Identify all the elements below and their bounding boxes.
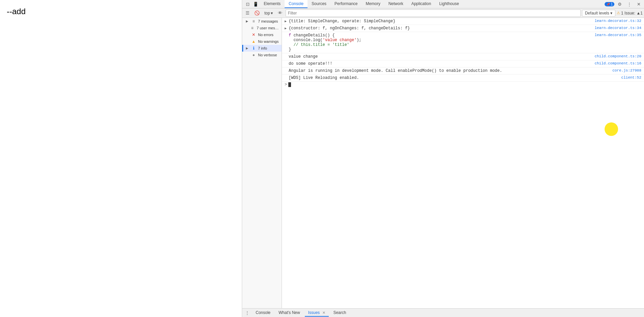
input-prompt: > (285, 82, 287, 87)
tab-count-badge: 📌 1 (605, 2, 614, 6)
console-input-line[interactable]: > (282, 82, 644, 88)
sidebar-icon-user-messages: ≡ (250, 26, 255, 30)
entry-content-6: Angular is running in development mode. … (287, 68, 610, 74)
bottom-tab-console[interactable]: Console (252, 309, 274, 317)
tab-memory[interactable]: Memory (362, 0, 384, 8)
entry-source-6[interactable]: core.js:27988 (610, 68, 644, 73)
console-entry-6: ▶ Angular is running in development mode… (282, 67, 644, 75)
tab-sources[interactable]: Sources (308, 0, 330, 8)
issues-badge: ⚠ 1 Issue: ▲1 (617, 11, 643, 16)
issue-warning-icon: ⚠ (617, 11, 620, 15)
entry-expand-2[interactable]: ▶ (282, 25, 287, 31)
console-entry-1: ▶ {title: SimpleChange, operate: SimpleC… (282, 18, 644, 25)
entry-content-4: value change (287, 54, 592, 60)
devtools-three-dots[interactable]: ⋮ (245, 310, 250, 316)
console-entry-7: ▶ [WDS] Live Reloading enabled. client:5… (282, 75, 644, 82)
default-levels-btn[interactable]: Default levels ▾ (582, 10, 615, 17)
bottom-tab-issues[interactable]: Issues ✕ (305, 309, 329, 317)
page-content: --add (0, 0, 242, 317)
console-entry-4: ▶ value change child.component.ts:20 (282, 53, 644, 60)
console-output[interactable]: ▶ {title: SimpleChange, operate: SimpleC… (282, 18, 644, 308)
entry-source-3[interactable]: learn-decorator.ts:35 (592, 32, 644, 38)
entry-expand-1[interactable]: ▶ (282, 18, 287, 24)
sidebar-label-messages: 7 messages (258, 19, 279, 23)
sidebar-item-user-messages[interactable]: ≡ 7 user mess... (242, 25, 282, 31)
tab-lighthouse[interactable]: Lighthouse (435, 0, 463, 8)
sidebar-expand-info: ▶ (246, 47, 249, 50)
bottom-tab-whats-new[interactable]: What's New (275, 309, 303, 317)
sidebar-icon-messages: ≡ (251, 19, 256, 24)
entry-content-3: f changeDetails() { console.log('value c… (287, 32, 592, 53)
input-cursor (288, 82, 291, 87)
sidebar-icon-errors: ✕ (251, 32, 256, 37)
console-eye-btn[interactable]: 👁 (276, 9, 284, 17)
sidebar-item-warnings[interactable]: ▲ No warnings (242, 38, 282, 45)
tab-elements[interactable]: Elements (260, 0, 285, 8)
devtools-more-btn[interactable]: ⋮ (625, 0, 633, 8)
entry-source-7[interactable]: client:52 (619, 75, 644, 80)
entry-content-5: do some operate!!! (287, 61, 592, 67)
devtools-top-right: 📌 1 ⚙ ⋮ ✕ (605, 0, 643, 8)
console-entry-2: ▶ {constructor: f, ngOnChanges: f, chang… (282, 25, 644, 32)
entry-content-7: [WDS] Live Reloading enabled. (287, 75, 619, 81)
entry-content-1: {title: SimpleChange, operate: SimpleCha… (287, 18, 592, 24)
bottom-tab-search[interactable]: Search (330, 309, 350, 317)
page-main-text: --add (7, 7, 26, 16)
issues-count: 1 Issue: ▲1 (621, 11, 643, 16)
sidebar-label-verbose: No verbose (258, 53, 279, 57)
tab-network[interactable]: Network (384, 0, 407, 8)
console-toolbar: ☰ 🚫 top ▾ 👁 Default levels ▾ ⚠ 1 Issue: … (242, 8, 644, 18)
devtools-close-btn[interactable]: ✕ (635, 0, 643, 8)
console-entry-5: ▶ do some operate!!! child.component.ts:… (282, 60, 644, 67)
devtools-tab-bar: ⊡ 📱 Elements Console Sources Performance… (242, 0, 644, 8)
console-filter-input[interactable] (286, 9, 581, 17)
sidebar-item-verbose[interactable]: ● No verbose (242, 52, 282, 58)
entry-source-2[interactable]: learn-decorator.ts:34 (592, 25, 644, 31)
bottom-tab-issues-close[interactable]: ✕ (322, 311, 325, 315)
default-levels-label: Default levels ▾ (585, 11, 612, 16)
sidebar-item-info[interactable]: ▶ ℹ 7 info (242, 45, 282, 52)
tab-application[interactable]: Application (407, 0, 435, 8)
sidebar-item-messages[interactable]: ▶ ≡ 7 messages (242, 18, 282, 25)
devtools-device-btn[interactable]: 📱 (252, 0, 260, 8)
sidebar-icon-info: ℹ (251, 46, 256, 51)
context-label: top (264, 11, 270, 16)
console-sidebar-toggle[interactable]: ☰ (244, 9, 252, 17)
tab-count-icon: 📌 (606, 3, 610, 6)
entry-source-5[interactable]: child.component.ts:16 (592, 61, 644, 66)
console-entry-3: ▶ f changeDetails() { console.log('value… (282, 32, 644, 53)
console-sidebar: ▶ ≡ 7 messages ≡ 7 user mess... ✕ No err… (242, 18, 282, 308)
sidebar-item-errors[interactable]: ✕ No errors (242, 31, 282, 38)
devtools-panel: ⊡ 📱 Elements Console Sources Performance… (242, 0, 644, 317)
tab-performance[interactable]: Performance (330, 0, 362, 8)
cursor-overlay (605, 122, 618, 136)
sidebar-expand-messages: ▶ (246, 20, 249, 23)
context-selector[interactable]: top ▾ (262, 10, 275, 16)
entry-source-4[interactable]: child.component.ts:20 (592, 54, 644, 59)
context-chevron: ▾ (271, 11, 273, 16)
bottom-bar: ⋮ Console What's New Issues ✕ Search (242, 308, 644, 317)
sidebar-label-warnings: No warnings (258, 39, 279, 44)
sidebar-label-info: 7 info (258, 46, 279, 50)
entry-content-2: {constructor: f, ngOnChanges: f, changeD… (287, 25, 592, 31)
sidebar-label-user-messages: 7 user mess... (257, 26, 279, 30)
app-area: --add ⊡ 📱 Elements Console Sources Perfo… (0, 0, 644, 317)
devtools-dock-btn[interactable]: ⊡ (244, 0, 252, 8)
entry-source-1[interactable]: learn-decorator.ts:32 (592, 18, 644, 24)
sidebar-icon-warnings: ▲ (251, 39, 256, 44)
tab-console[interactable]: Console (285, 0, 308, 8)
sidebar-label-errors: No errors (258, 33, 279, 37)
devtools-settings-btn[interactable]: ⚙ (616, 0, 624, 8)
console-main: ▶ ≡ 7 messages ≡ 7 user mess... ✕ No err… (242, 18, 644, 308)
sidebar-icon-verbose: ● (251, 53, 256, 57)
console-clear-btn[interactable]: 🚫 (253, 9, 261, 17)
